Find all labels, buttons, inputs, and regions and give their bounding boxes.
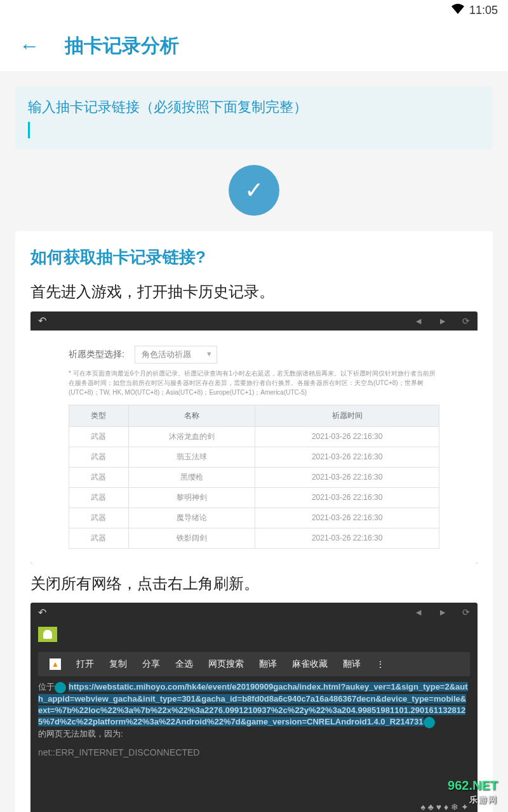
url-input-card[interactable]: 输入抽卡记录链接（必须按照下面复制完整） [15, 86, 493, 150]
table-row: 武器黎明神剑2021-03-26 22:16:30 [69, 487, 439, 508]
screenshot-gacha-history: ↶ ◄►⟳ 祈愿类型选择: 角色活动祈愿 * 可在本页面查询最近6个月的祈愿记录… [30, 311, 478, 564]
filter-select: 角色活动祈愿 [135, 346, 217, 363]
menu-app-icon: ▲ [50, 658, 61, 670]
ss-nav-right-icon: ► [438, 316, 447, 326]
screenshot-browser-error: ↶ ◄►⟳ ▲ 打开 复制 分享 全选 网页搜索 翻译 麻雀收藏 翻译 ⋮ 位于… [30, 603, 478, 812]
text-cursor [28, 122, 30, 138]
selection-handle-icon [55, 682, 66, 693]
url-text: 位于https://webstatic.mihoyo.com/hk4e/even… [30, 676, 478, 745]
table-row: 武器铁影阔剑2021-03-26 22:16:30 [69, 528, 439, 548]
header: ← 抽卡记录分析 [0, 20, 508, 71]
ss-nav-left-icon: ◄ [414, 316, 423, 326]
menu-copy: 复制 [109, 658, 127, 670]
table-row: 武器翡玉法球2021-03-26 22:16:30 [69, 447, 439, 467]
watermark: 962.NET 乐游网 [448, 779, 498, 804]
svg-rect-0 [43, 632, 52, 639]
menu-open: 打开 [76, 658, 94, 670]
menu-web-search: 网页搜索 [208, 658, 244, 670]
context-menu: ▲ 打开 复制 分享 全选 网页搜索 翻译 麻雀收藏 翻译 ⋮ [38, 652, 470, 676]
selection-handle-icon [424, 717, 435, 728]
help-section: 如何获取抽卡记录链接? 首先进入游戏，打开抽卡历史记录。 ↶ ◄►⟳ 祈愿类型选… [15, 231, 493, 812]
error-code: net::ERR_INTERNET_DISCONNECTED [30, 745, 478, 796]
submit-button[interactable]: ✓ [229, 165, 279, 216]
col-time: 祈愿时间 [255, 405, 439, 426]
table-row: 武器魔导绪论2021-03-26 22:16:30 [69, 508, 439, 528]
col-type: 类型 [69, 405, 129, 426]
selected-url: https://webstatic.mihoyo.com/hk4e/event/… [38, 682, 468, 726]
disclaimer-text: * 可在本页面查询最近6个月的祈愿记录。祈愿记录查询有1小时左右延迟，若无数据请… [69, 369, 439, 397]
error-label: 的网页无法加载，因为: [38, 729, 123, 738]
help-title: 如何获取抽卡记录链接? [30, 246, 478, 268]
col-name: 名称 [128, 405, 255, 426]
menu-translate2: 翻译 [343, 658, 361, 670]
filter-label: 祈愿类型选择: [69, 349, 124, 360]
table-row: 武器沐浴龙血的剑2021-03-26 22:16:30 [69, 426, 439, 447]
ss2-refresh-icon: ⟳ [462, 607, 470, 617]
step-2-text: 关闭所有网络，点击右上角刷新。 [30, 573, 478, 594]
menu-more-icon: ⋮ [376, 659, 385, 669]
menu-collect: 麻雀收藏 [292, 658, 328, 670]
ss2-nav-right-icon: ► [438, 607, 447, 617]
menu-translate: 翻译 [259, 658, 277, 670]
android-icon [38, 627, 57, 642]
step-1-text: 首先进入游戏，打开抽卡历史记录。 [30, 281, 478, 303]
ss2-back-icon: ↶ [38, 606, 46, 619]
status-bar: 11:05 [0, 0, 508, 20]
menu-select-all: 全选 [175, 658, 193, 670]
ss-back-icon: ↶ [38, 315, 46, 327]
ss-refresh-icon: ⟳ [462, 316, 470, 326]
ss2-nav-left-icon: ◄ [414, 607, 423, 617]
clock: 11:05 [469, 4, 498, 17]
ss2-footer-icons: ♠ ♣ ♥ ♦ ❄ ✦ [30, 796, 478, 812]
check-icon: ✓ [244, 177, 264, 204]
gacha-table: 类型 名称 祈愿时间 武器沐浴龙血的剑2021-03-26 22:16:30 武… [69, 405, 439, 549]
back-button[interactable]: ← [19, 34, 39, 58]
menu-share: 分享 [142, 658, 160, 670]
page-title: 抽卡记录分析 [65, 33, 179, 59]
input-label: 输入抽卡记录链接（必须按照下面复制完整） [28, 98, 480, 117]
wifi-icon [451, 4, 464, 16]
table-row: 武器黑缨枪2021-03-26 22:16:30 [69, 467, 439, 487]
